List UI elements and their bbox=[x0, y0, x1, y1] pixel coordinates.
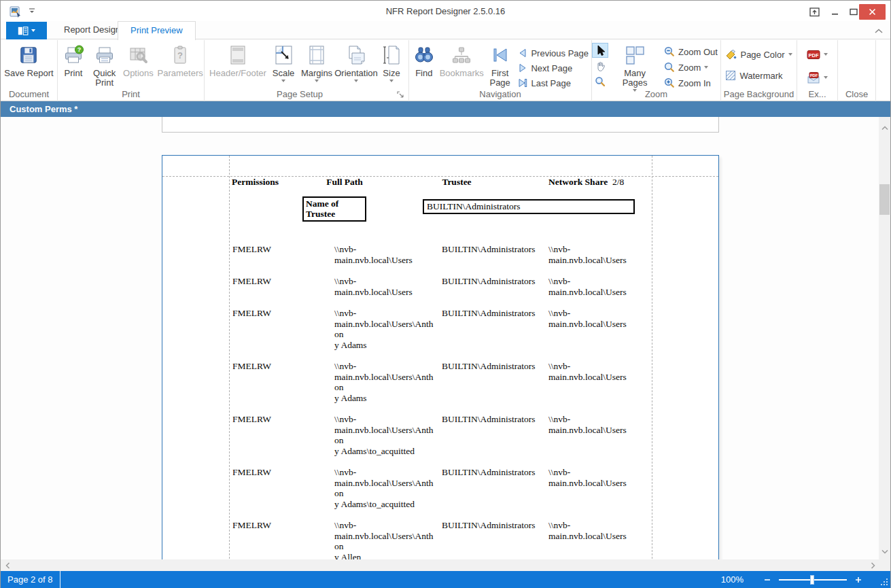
options-label: Options bbox=[123, 69, 154, 78]
cell-trustee: BUILTIN\Administrators bbox=[442, 414, 548, 456]
margins-button[interactable]: Margins bbox=[299, 41, 334, 82]
scroll-right-icon[interactable] bbox=[867, 559, 879, 571]
many-pages-button[interactable]: Many Pages bbox=[612, 41, 657, 92]
size-dropdown-caret-icon bbox=[389, 80, 394, 82]
cell-network-share: \\nvb-main.nvb.local\Users bbox=[548, 467, 652, 509]
orientation-icon bbox=[345, 44, 368, 67]
next-page-icon bbox=[518, 63, 527, 73]
cell-permissions: FMELRW bbox=[232, 308, 334, 350]
find-button[interactable]: Find bbox=[409, 41, 439, 78]
horizontal-scrollbar[interactable] bbox=[1, 559, 880, 571]
vertical-scrollbar[interactable] bbox=[879, 117, 890, 571]
report-rows: FMELRW \\nvb-main.nvb.local\Users BUILTI… bbox=[162, 244, 720, 571]
cell-trustee: BUILTIN\Administrators bbox=[442, 520, 548, 562]
cell-network-share: \\nvb-main.nvb.local\Users bbox=[548, 308, 652, 350]
column-header-full-path: Full Path bbox=[304, 177, 385, 188]
print-button[interactable]: ? Print bbox=[58, 41, 89, 78]
cell-network-share: \\nvb-main.nvb.local\Users bbox=[548, 520, 652, 562]
zoom-button[interactable]: Zoom bbox=[661, 60, 720, 75]
scale-icon bbox=[272, 44, 295, 67]
last-page-button[interactable]: Last Page bbox=[515, 75, 591, 90]
cell-permissions: FMELRW bbox=[232, 361, 334, 403]
cell-full-path: \\nvb- main.nvb.local\Users\Anthon y All… bbox=[334, 520, 442, 562]
many-pages-label: Many Pages bbox=[612, 69, 657, 88]
options-button[interactable]: Options bbox=[120, 41, 157, 78]
zoom-out-button[interactable]: Zoom Out bbox=[661, 44, 720, 59]
options-icon bbox=[126, 44, 150, 67]
group-caption-export: Ex... bbox=[797, 89, 837, 99]
parameters-button[interactable]: ? Parameters bbox=[156, 41, 204, 78]
group-caption-page-background: Page Background bbox=[721, 89, 797, 99]
previous-page-label: Previous Page bbox=[531, 48, 589, 58]
email-pdf-button[interactable]: PDF bbox=[804, 70, 831, 85]
close-window-button[interactable] bbox=[859, 4, 886, 20]
pointer-tool-button[interactable] bbox=[592, 43, 608, 58]
cell-full-path: \\nvb- main.nvb.local\Users\Anthon y Ada… bbox=[334, 308, 442, 350]
collapse-ribbon-icon[interactable] bbox=[874, 28, 884, 35]
hand-tool-button[interactable] bbox=[592, 58, 608, 73]
trustee-value-field: BUILTIN\Administrators bbox=[423, 199, 635, 214]
magnifier-tool-icon bbox=[595, 76, 606, 87]
zoom-in-icon bbox=[664, 77, 675, 88]
email-pdf-icon: PDF bbox=[807, 72, 820, 84]
first-page-label: First Page bbox=[485, 69, 516, 88]
next-page-button[interactable]: Next Page bbox=[515, 60, 591, 75]
header-footer-button[interactable]: Header/Footer bbox=[208, 41, 268, 78]
cell-full-path: \\nvb- main.nvb.local\Users\Anthon y Ada… bbox=[334, 361, 442, 403]
print-label: Print bbox=[65, 69, 83, 78]
size-button[interactable]: Size bbox=[378, 41, 405, 82]
print-preview-surface[interactable]: Permissions Full Path Trustee Network Sh… bbox=[1, 117, 890, 571]
size-icon bbox=[380, 44, 403, 67]
ribbon: Save Report Document ? Print Quick Prin bbox=[1, 40, 890, 101]
zoom-minus-icon[interactable] bbox=[764, 576, 771, 583]
scale-button[interactable]: Scale bbox=[268, 41, 299, 82]
find-label: Find bbox=[415, 69, 432, 78]
group-close: Close bbox=[838, 40, 876, 101]
print-icon: ? bbox=[62, 44, 85, 67]
cell-full-path: \\nvb- main.nvb.local\Users\Anthon y Ada… bbox=[334, 414, 442, 456]
vertical-scroll-thumb[interactable] bbox=[879, 184, 890, 215]
header-footer-label: Header/Footer bbox=[209, 69, 266, 78]
zoom-out-icon bbox=[664, 46, 675, 57]
save-report-button[interactable]: Save Report bbox=[4, 41, 53, 78]
parameters-icon: ? bbox=[169, 44, 192, 67]
hand-tool-icon bbox=[595, 60, 606, 72]
group-page-background: Page Color Watermark Page Background bbox=[721, 40, 797, 101]
scroll-down-icon[interactable] bbox=[879, 546, 890, 557]
pointer-icon bbox=[595, 45, 606, 56]
quick-print-icon bbox=[93, 44, 116, 67]
app-menu-caret-icon bbox=[31, 29, 35, 32]
table-row: FMELRW \\nvb- main.nvb.local\Users\Antho… bbox=[232, 467, 720, 509]
first-page-button[interactable]: First Page bbox=[485, 41, 516, 88]
group-page-setup: Header/Footer Scale Margins bbox=[205, 40, 409, 101]
svg-text:?: ? bbox=[177, 50, 183, 60]
zoom-slider[interactable] bbox=[779, 579, 847, 581]
application-menu-button[interactable] bbox=[6, 22, 47, 39]
page-color-label: Page Color bbox=[740, 50, 784, 60]
page-color-button[interactable]: Page Color bbox=[722, 47, 794, 62]
orientation-button[interactable]: Orientation bbox=[334, 41, 378, 82]
zoom-slider-thumb[interactable] bbox=[810, 575, 814, 585]
previous-page-icon bbox=[518, 48, 527, 58]
bookmarks-button[interactable]: Bookmarks bbox=[439, 41, 485, 78]
previous-page-fragment bbox=[162, 117, 719, 133]
tab-print-preview[interactable]: Print Preview bbox=[118, 21, 196, 40]
scroll-up-icon[interactable] bbox=[879, 122, 890, 134]
page-setup-dialog-launcher-icon[interactable] bbox=[396, 90, 404, 99]
resize-grip-icon[interactable] bbox=[881, 578, 889, 587]
orientation-label: Orientation bbox=[334, 69, 378, 78]
zoom-plus-icon[interactable] bbox=[855, 576, 862, 583]
previous-page-button[interactable]: Previous Page bbox=[515, 46, 591, 60]
watermark-button[interactable]: Watermark bbox=[722, 68, 794, 83]
cell-network-share: \\nvb-main.nvb.local\Users bbox=[548, 276, 652, 297]
margins-icon bbox=[305, 44, 328, 67]
scroll-left-icon[interactable] bbox=[2, 559, 14, 571]
fullscreen-button[interactable] bbox=[805, 4, 825, 20]
group-caption-navigation: Navigation bbox=[409, 89, 591, 99]
bookmarks-label: Bookmarks bbox=[440, 69, 484, 78]
zoom-in-button[interactable]: Zoom In bbox=[661, 75, 720, 90]
quick-print-button[interactable]: Quick Print bbox=[89, 41, 120, 88]
minimize-button[interactable] bbox=[825, 4, 845, 20]
magnifier-tool-button[interactable] bbox=[592, 74, 608, 89]
export-pdf-button[interactable]: PDF bbox=[804, 47, 831, 62]
